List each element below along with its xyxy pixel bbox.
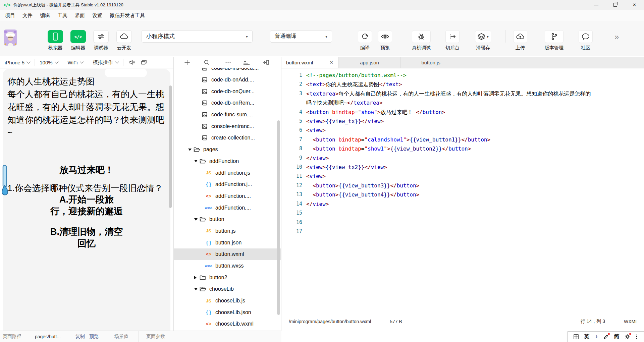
footer-预览[interactable]: 预览 [89,334,99,340]
explorer-hide-panel-button[interactable] [263,60,269,65]
explorer-collapse-button[interactable] [243,60,250,65]
menu-item-工具[interactable]: 工具 [54,10,71,21]
app-main-button[interactable]: 放马过来吧！ [3,164,170,176]
tree-item-button.js[interactable]: JSbutton.js [174,225,281,237]
toolbar-action-真机调试[interactable]: 真机调试 [412,30,431,51]
toolbar-action-切后台[interactable]: 切后台 [445,30,460,51]
explorer-search-button[interactable] [204,59,210,65]
app-option-b-button[interactable]: B.清理旧物，清空回忆 [3,226,170,249]
toolbar-action-上传[interactable]: 上传 [513,30,527,51]
close-button[interactable]: ✕ [625,0,644,10]
footer-页面参数[interactable]: 页面参数 [146,334,165,340]
tree-item-addFunction....[interactable]: wxssaddFunction.... [174,202,281,214]
toolbar-button-编辑器[interactable]: </>编辑器 [70,30,86,51]
ime-grid-button[interactable] [574,334,579,339]
tree-item-addFunction.js[interactable]: JSaddFunction.js [174,167,281,179]
code-line-3[interactable]: 3<textarea>每个人都有自己的桃花运，有的人一生桃花旺盛，有的人却叶落凋… [281,89,644,108]
explorer-add-button[interactable] [184,59,190,65]
ime-♪-button[interactable]: ♪ [595,334,598,340]
menu-item-项目[interactable]: 项目 [1,10,19,21]
sim-speaker-muted-button[interactable] [129,60,136,65]
tree-item-button.wxss[interactable]: wxssbutton.wxss [174,260,281,272]
language-mode[interactable]: WXML [624,319,638,324]
sim-dropdown-模拟操作[interactable]: 模拟操作 [88,59,123,66]
tree-item-pages[interactable]: pages [174,144,281,156]
tree-item-button.json[interactable]: { }button.json [174,237,281,248]
simulator-scrollbar[interactable] [169,86,172,208]
menu-item-界面[interactable]: 界面 [71,10,89,21]
code-line-10[interactable]: 10<view>{{view_tx2}}</view> [281,163,644,172]
ime-简-button[interactable]: 简 [614,333,619,340]
explorer-more-button[interactable] [225,59,231,65]
tree-item-code-func-sum....[interactable]: code-func-sum.... [174,109,281,121]
sim-dropdown-iPhone 5[interactable]: iPhone 5 [0,60,35,65]
toolbar-action-预览[interactable]: 预览 [378,30,392,51]
menu-item-编辑[interactable]: 编辑 [36,10,54,21]
tree-item-code-db-onRem...[interactable]: code-db-onRem... [174,97,281,109]
avatar[interactable] [4,30,17,46]
ime-英-button[interactable]: 英 [584,333,589,340]
menu-item-微信开发者工具[interactable]: 微信开发者工具 [106,10,149,21]
minimize-button[interactable]: — [587,0,606,10]
tree-item-addFunction.j...[interactable]: { }addFunction.j... [174,179,281,190]
toolbar-action-编译[interactable]: 编译 [358,30,372,51]
toolbar-overflow-button[interactable]: » [614,32,619,42]
code-line-12[interactable]: 12 <button>{{view_button3}}</button> [281,181,644,190]
tree-item-chooseLib[interactable]: chooseLib [174,283,281,295]
footer-场景值[interactable]: 场景值 [114,334,128,340]
tree-item-addFunction....[interactable]: <>addFunction.... [174,190,281,202]
compile-mode-select[interactable]: 普通编译 ▾ [270,30,332,43]
toolbar-action-清缓存[interactable]: ▾清缓存 [475,30,491,51]
tree-item-code-db-onQuer...[interactable]: code-db-onQuer... [174,86,281,97]
sim-dropdown-WiFi[interactable]: WiFi [63,60,88,65]
tab-button.wxml[interactable]: button.wxml✕ [281,57,338,68]
tree-item-code-db-onAdd....[interactable]: code-db-onAdd.... [174,74,281,86]
tree-item-button[interactable]: button [174,214,281,225]
menu-item-设置[interactable]: 设置 [89,10,106,21]
tree-item-chooseLib.wxml[interactable]: <>chooseLib.wxml [174,318,281,330]
tab-app.json[interactable]: app.json [338,57,401,68]
cursor-position[interactable]: 行 14，列 3 [581,319,605,325]
code-line-11[interactable]: 11<view> [281,172,644,181]
code-line-5[interactable]: 5<view>{{view_tx}}</view> [281,117,644,126]
sim-dropdown-100%[interactable]: 100% [35,60,62,65]
toolbar-action-社区[interactable]: 社区 [579,30,593,51]
code-line-9[interactable]: 9</view> [281,154,644,163]
code-line-16[interactable]: 16 [281,218,644,227]
tree-item-chooseLib.json[interactable]: { }chooseLib.json [174,306,281,318]
tab-button.js[interactable]: button.js [401,57,461,68]
restore-button[interactable] [606,0,625,10]
menu-item-文件[interactable]: 文件 [19,10,36,21]
toolbar-button-调试器[interactable]: 调试器 [93,30,109,51]
code-line-15[interactable]: 15 [281,209,644,218]
code-line-17[interactable]: 17 [281,227,644,236]
tree-item-create-collection...[interactable]: create-collection... [174,132,281,144]
toolbar-button-模拟器[interactable]: 模拟器 [48,30,63,51]
tree-item-button.wxml[interactable]: <>button.wxml [174,248,281,260]
tree-item-code-db-ins-docu....[interactable]: code-db-ins-docu.... [174,68,281,74]
code-line-1[interactable]: 1<!--pages/button/button.wxml--> [281,71,644,80]
toolbar-button-云开发[interactable]: 云开发 [116,30,132,51]
code-line-13[interactable]: 13 <button>{{view_button4}}</button> [281,190,644,199]
code-line-2[interactable]: 2<text>你的人生桃花运走势图</text> [281,80,644,89]
tree-item-chooseLib.js[interactable]: JSchooseLib.js [174,295,281,307]
ime-kebab-button[interactable] [635,334,638,339]
explorer-scrollbar[interactable] [277,120,280,315]
code-area[interactable]: 1<!--pages/button/button.wxml-->2<text>你… [281,69,644,317]
code-line-7[interactable]: 7 <button bindtap="calandshow1">{{view_b… [281,135,644,144]
mode-select[interactable]: 小程序模式 ▾ [142,30,253,43]
tree-item-button2[interactable]: button2 [174,272,281,283]
code-line-6[interactable]: 6<view> [281,126,644,135]
footer-复制[interactable]: 复制 [75,334,85,340]
footer-页面路径[interactable]: 页面路径 [3,334,21,340]
ime-pen-button[interactable] [603,334,608,339]
code-line-4[interactable]: 4<button bindtap="show">放马过来吧！ </button> [281,108,644,117]
tree-item-addFunction[interactable]: addFunction [174,156,281,167]
sim-windows-button[interactable] [141,60,147,65]
ime-gear-button[interactable] [625,334,630,339]
tab-close-icon[interactable]: ✕ [329,60,333,65]
app-option-a-button[interactable]: A.开始一段旅行，迎接新的邂逅 [3,194,170,217]
code-line-8[interactable]: 8 <button bindtap="show1">{{view_button2… [281,144,644,153]
tree-item-console-entranc...[interactable]: console-entranc... [174,120,281,132]
code-line-14[interactable]: 14</view> [281,199,644,209]
